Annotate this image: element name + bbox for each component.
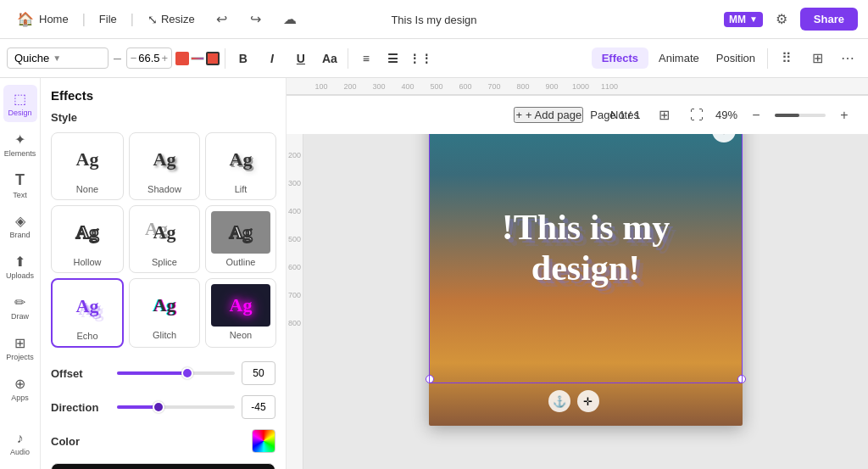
- canvas-text[interactable]: !This is my design!: [429, 207, 743, 288]
- direction-thumb[interactable]: [153, 401, 164, 413]
- handle-bottom-right[interactable]: [737, 375, 746, 383]
- underline-button[interactable]: U: [288, 46, 314, 71]
- zoom-out-button[interactable]: −: [743, 102, 770, 129]
- style-preview-outline: Ag: [211, 211, 270, 254]
- style-preview-lift: Ag: [211, 138, 270, 181]
- style-label-shadow: Shadow: [147, 184, 181, 194]
- text-color-btn[interactable]: [206, 52, 220, 65]
- zoom-in-button[interactable]: +: [831, 102, 858, 129]
- sidebar-item-draw[interactable]: ✏ Draw: [3, 288, 37, 326]
- direction-slider[interactable]: [117, 405, 235, 409]
- grid-button[interactable]: ⊞: [804, 45, 831, 72]
- font-size-value[interactable]: 66.5: [138, 52, 159, 64]
- anchor-icon-2[interactable]: ✛: [577, 390, 599, 412]
- sidebar-item-design[interactable]: ⬚ Design: [3, 85, 37, 122]
- bold-button[interactable]: B: [231, 46, 256, 71]
- ruler-mark: 400: [393, 82, 422, 91]
- color-row: Color: [51, 429, 275, 453]
- align-right-button[interactable]: ⋮⋮: [408, 46, 433, 71]
- style-echo[interactable]: Ag Echo: [51, 278, 124, 348]
- font-selector[interactable]: Quiche ▼: [7, 47, 108, 69]
- style-shadow[interactable]: Ag Shadow: [129, 132, 200, 200]
- style-neon[interactable]: Ag Neon: [205, 278, 276, 348]
- minus-icon[interactable]: −: [131, 52, 137, 64]
- main-layout: ⬚ Design ✦ Elements T Text ◈ Brand ⬆ Upl…: [0, 78, 868, 469]
- color-gradient: [191, 57, 204, 60]
- notes-button[interactable]: Notes: [604, 105, 646, 125]
- effects-button[interactable]: Effects: [592, 47, 648, 69]
- sidebar-item-audio[interactable]: ♪ Audio: [3, 425, 37, 462]
- sidebar-item-elements[interactable]: ✦ Elements: [3, 126, 37, 163]
- undo-button[interactable]: ↩: [209, 6, 236, 33]
- zoom-slider[interactable]: [775, 114, 826, 117]
- ruler-mark: 900: [537, 82, 566, 91]
- style-preview-shadow: Ag: [135, 138, 194, 181]
- file-button[interactable]: File: [92, 9, 124, 29]
- design-icon: ⬚: [14, 91, 26, 107]
- direction-value[interactable]: -45: [242, 395, 275, 419]
- sidebar-label: Text: [13, 191, 27, 199]
- pattern-button[interactable]: ⠿: [773, 45, 800, 72]
- sidebar-item-brand[interactable]: ◈ Brand: [3, 207, 37, 244]
- sidebar-item-text[interactable]: T Text: [3, 166, 37, 204]
- add-page-button[interactable]: + + Add page: [514, 107, 583, 123]
- sidebar-item-apps[interactable]: ⊕ Apps: [3, 370, 37, 407]
- sidebar-label: Apps: [11, 394, 29, 402]
- ruler-mark: 700: [480, 82, 509, 91]
- direction-row: Direction -45: [51, 395, 275, 419]
- style-preview-hollow: Ag: [58, 211, 117, 254]
- handle-bottom-left[interactable]: [426, 375, 434, 383]
- document-title: This Is my design: [391, 12, 476, 27]
- style-hollow[interactable]: Ag Hollow: [51, 205, 124, 273]
- color-indicator: [175, 52, 189, 65]
- settings-button[interactable]: ⚙: [768, 6, 795, 33]
- more-button[interactable]: ⋯: [834, 45, 861, 72]
- resize-label: Resize: [161, 13, 195, 25]
- italic-button[interactable]: I: [259, 46, 285, 71]
- ruler-mark: 600: [288, 264, 301, 271]
- cloud-save-button[interactable]: ☁: [276, 6, 303, 33]
- style-label-lift: Lift: [235, 184, 248, 194]
- style-outline[interactable]: Ag Outline: [205, 205, 276, 273]
- ruler-mark: 300: [288, 180, 301, 187]
- sidebar-item-projects[interactable]: ⊞ Projects: [3, 329, 37, 366]
- offset-thumb[interactable]: [181, 367, 193, 379]
- grid-view-button[interactable]: ⊞: [651, 102, 678, 129]
- echo-preview-card: Ag: [51, 463, 275, 469]
- color-controls: [175, 52, 220, 65]
- redo-button[interactable]: ↪: [242, 6, 270, 33]
- style-splice[interactable]: Ag Ag Splice: [129, 205, 200, 273]
- offset-value[interactable]: 50: [242, 361, 275, 385]
- position-button[interactable]: Position: [709, 48, 762, 68]
- left-sidebar: ⬚ Design ✦ Elements T Text ◈ Brand ⬆ Upl…: [0, 78, 41, 469]
- sidebar-item-uploads[interactable]: ⬆ Uploads: [3, 248, 37, 285]
- style-label-glitch: Glitch: [153, 330, 176, 340]
- canvas-area: 100 200 300 400 500 600 700 800 900 1000…: [287, 78, 868, 469]
- canvas-scroll[interactable]: !This is my design! ⚓ ✛ ↻: [303, 95, 868, 469]
- plus-icon[interactable]: +: [162, 52, 169, 64]
- ruler-mark: 400: [288, 208, 301, 215]
- style-lift[interactable]: Ag Lift: [205, 132, 276, 200]
- ruler-mark: 200: [288, 152, 301, 159]
- home-button[interactable]: 🏠 Home: [10, 8, 75, 31]
- style-none[interactable]: Ag None: [51, 132, 124, 200]
- apps-icon: ⊕: [14, 376, 25, 392]
- anchor-icon-1[interactable]: ⚓: [548, 390, 570, 412]
- style-label-none: None: [76, 184, 98, 194]
- effects-panel: Effects Style Ag None Ag Shadow Ag Lift …: [41, 78, 287, 469]
- share-button[interactable]: Share: [800, 8, 858, 31]
- separator: [225, 48, 225, 69]
- align-left-button[interactable]: ≡: [353, 46, 379, 71]
- color-swatch[interactable]: [252, 429, 275, 453]
- offset-slider[interactable]: [117, 371, 235, 375]
- style-label-splice: Splice: [152, 257, 177, 267]
- align-center-button[interactable]: ☰: [381, 46, 406, 71]
- elements-icon: ✦: [14, 131, 25, 148]
- separator: [767, 48, 768, 69]
- resize-button[interactable]: ⤡ Resize: [141, 9, 202, 30]
- style-label-neon: Neon: [230, 330, 252, 340]
- animate-button[interactable]: Animate: [652, 48, 706, 68]
- style-glitch[interactable]: Ag Glitch: [129, 278, 200, 348]
- fullscreen-button[interactable]: ⛶: [683, 102, 710, 129]
- more-text-button[interactable]: Aa: [317, 46, 342, 71]
